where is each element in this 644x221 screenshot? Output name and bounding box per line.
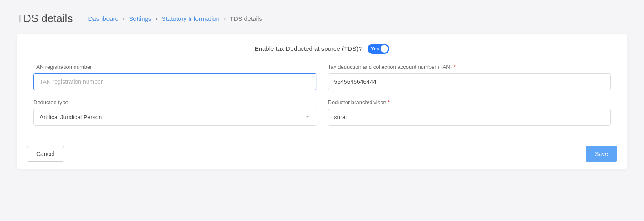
tan-reg-input[interactable] — [33, 73, 316, 90]
chevron-right-icon: › — [155, 15, 157, 22]
enable-tds-label: Enable tax Deducted at source (TDS)? — [255, 45, 362, 52]
required-mark: * — [388, 99, 390, 105]
deductor-branch-input[interactable] — [328, 109, 611, 126]
enable-tds-row: Enable tax Deducted at source (TDS)? Yes — [33, 44, 611, 54]
deductee-type-select[interactable] — [33, 109, 316, 126]
deductor-branch-label: Deductor branch/divison * — [328, 99, 611, 105]
form-card: Enable tax Deducted at source (TDS)? Yes… — [17, 34, 627, 169]
required-mark: * — [454, 64, 456, 70]
deductee-type-label: Deductee type — [33, 99, 316, 105]
deductee-type-select-wrap — [33, 109, 316, 126]
deductor-branch-field: Deductor branch/divison * — [328, 99, 611, 126]
tan-reg-field: TAN registration number — [33, 64, 316, 90]
page-title: TDS details — [17, 13, 80, 25]
cancel-button[interactable]: Cancel — [27, 146, 64, 162]
tan-account-label-text: Tax deduction and collection account num… — [328, 64, 454, 70]
save-button[interactable]: Save — [586, 146, 617, 162]
deductee-type-field: Deductee type — [33, 99, 316, 126]
toggle-state-text: Yes — [371, 46, 379, 51]
breadcrumb-dashboard[interactable]: Dashboard — [88, 15, 118, 22]
enable-tds-toggle[interactable]: Yes — [368, 44, 389, 54]
breadcrumb-current: TDS details — [230, 15, 262, 22]
breadcrumb: Dashboard › Settings › Statutory Informa… — [88, 15, 262, 22]
deductor-branch-label-text: Deductor branch/divison — [328, 99, 388, 105]
breadcrumb-statutory-information[interactable]: Statutory Information — [162, 15, 220, 22]
chevron-right-icon: › — [123, 15, 125, 22]
form-grid: TAN registration number Tax deduction an… — [33, 64, 611, 126]
card-footer: Cancel Save — [17, 138, 627, 169]
tan-account-field: Tax deduction and collection account num… — [328, 64, 611, 90]
tan-account-input[interactable] — [328, 73, 611, 90]
toggle-knob — [381, 45, 388, 53]
tan-account-label: Tax deduction and collection account num… — [328, 64, 611, 70]
tan-reg-label: TAN registration number — [33, 64, 316, 70]
header: TDS details Dashboard › Settings › Statu… — [17, 13, 627, 25]
card-body: Enable tax Deducted at source (TDS)? Yes… — [17, 34, 627, 138]
chevron-right-icon: › — [224, 15, 226, 22]
breadcrumb-settings[interactable]: Settings — [129, 15, 151, 22]
